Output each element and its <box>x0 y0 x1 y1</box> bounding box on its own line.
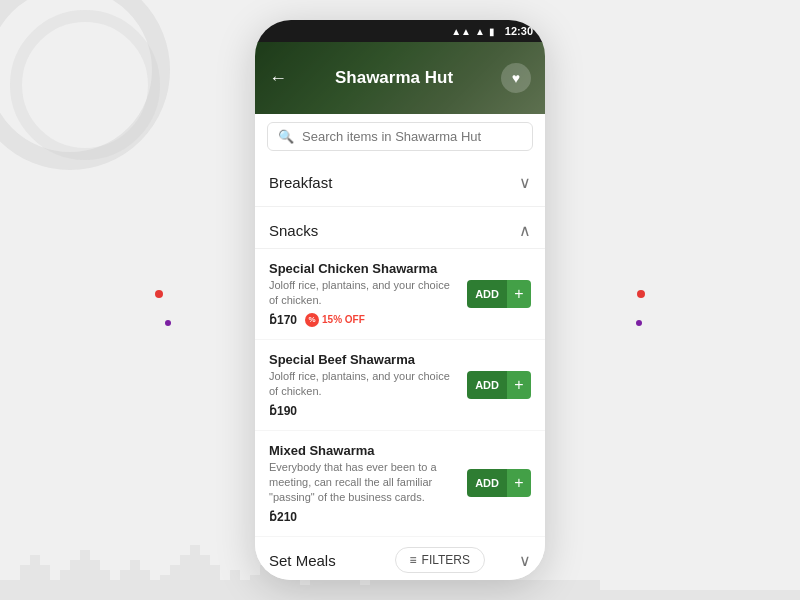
item-price-beef: ɓ190 <box>269 404 297 418</box>
item-desc-chicken: Joloff rice, plantains, and your choice … <box>269 278 457 309</box>
category-set-meals-label: Set Meals <box>269 552 336 569</box>
item-name-chicken: Special Chicken Shawarma <box>269 261 457 276</box>
menu-content: Breakfast ∨ Snacks ∧ Special Chicken Sha… <box>255 159 545 580</box>
search-input[interactable] <box>302 129 522 144</box>
snacks-section: Snacks ∧ Special Chicken Shawarma Joloff… <box>255 207 545 537</box>
back-button[interactable]: ← <box>269 68 287 89</box>
item-desc-beef: Joloff rice, plantains, and your choice … <box>269 369 457 400</box>
item-name-mixed: Mixed Shawarma <box>269 443 457 458</box>
chevron-up-icon: ∧ <box>519 221 531 240</box>
status-icons: ▲▲ ▲ ▮ 12:30 <box>451 25 533 37</box>
dot-purple-left <box>165 320 171 326</box>
item-price-row-mixed: ɓ210 <box>269 510 457 524</box>
item-price-chicken: ɓ170 <box>269 313 297 327</box>
header-overlay: ← Shawarma Hut ♥ <box>255 42 545 114</box>
menu-item-chicken-shawarma: Special Chicken Shawarma Joloff rice, pl… <box>255 249 545 340</box>
restaurant-name: Shawarma Hut <box>335 68 453 88</box>
status-bar: ▲▲ ▲ ▮ 12:30 <box>255 20 545 42</box>
menu-item-mixed-shawarma: Mixed Shawarma Everybody that has ever b… <box>255 431 545 537</box>
dot-red-left <box>155 290 163 298</box>
category-set-meals[interactable]: Set Meals ∨ ≡ FILTERS <box>255 537 545 580</box>
add-label[interactable]: ADD <box>467 280 507 308</box>
item-name-beef: Special Beef Shawarma <box>269 352 457 367</box>
item-info-chicken: Special Chicken Shawarma Joloff rice, pl… <box>269 261 467 327</box>
status-time: 12:30 <box>505 25 533 37</box>
add-button-beef[interactable]: ADD + <box>467 371 531 399</box>
favorite-button[interactable]: ♥ <box>501 63 531 93</box>
item-info-beef: Special Beef Shawarma Joloff rice, plant… <box>269 352 467 418</box>
filters-button[interactable]: ≡ FILTERS <box>395 547 485 573</box>
add-button-chicken[interactable]: ADD + <box>467 280 531 308</box>
chevron-down-set-meals: ∨ <box>519 551 531 570</box>
dot-red-right <box>637 290 645 298</box>
search-icon: 🔍 <box>278 129 294 144</box>
item-price-row-chicken: ɓ170 % 15% OFF <box>269 313 457 327</box>
category-breakfast-label: Breakfast <box>269 174 332 191</box>
filters-wrap: ≡ FILTERS <box>395 543 485 577</box>
item-desc-mixed: Everybody that has ever been to a meetin… <box>269 460 457 506</box>
phone-frame: ▲▲ ▲ ▮ 12:30 ← Shawarma Hut ♥ 🔍 Breakfas… <box>255 20 545 580</box>
add-button-mixed[interactable]: ADD + <box>467 469 531 497</box>
add-plus-icon-beef[interactable]: + <box>507 371 531 399</box>
category-breakfast[interactable]: Breakfast ∨ <box>255 159 545 207</box>
filters-icon: ≡ <box>410 553 417 567</box>
search-input-container: 🔍 <box>267 122 533 151</box>
filters-label: FILTERS <box>422 553 470 567</box>
item-price-row-beef: ɓ190 <box>269 404 457 418</box>
search-bar: 🔍 <box>255 114 545 159</box>
item-price-mixed: ɓ210 <box>269 510 297 524</box>
restaurant-header-image: ← Shawarma Hut ♥ <box>255 42 545 114</box>
category-snacks-label: Snacks <box>269 222 318 239</box>
add-label-mixed[interactable]: ADD <box>467 469 507 497</box>
dot-purple-right <box>636 320 642 326</box>
discount-icon: % <box>305 313 319 327</box>
add-plus-icon-mixed[interactable]: + <box>507 469 531 497</box>
battery-icon: ▮ <box>489 26 495 37</box>
item-info-mixed: Mixed Shawarma Everybody that has ever b… <box>269 443 467 524</box>
add-label-beef[interactable]: ADD <box>467 371 507 399</box>
signal-icon: ▲▲ <box>451 26 471 37</box>
chevron-down-icon: ∨ <box>519 173 531 192</box>
category-snacks[interactable]: Snacks ∧ <box>255 207 545 249</box>
discount-text: 15% OFF <box>322 314 365 325</box>
discount-badge-chicken: % 15% OFF <box>305 313 365 327</box>
bg-circle-2 <box>10 10 160 160</box>
bg-circle-1 <box>0 0 170 170</box>
add-plus-icon[interactable]: + <box>507 280 531 308</box>
wifi-icon: ▲ <box>475 26 485 37</box>
menu-item-beef-shawarma: Special Beef Shawarma Joloff rice, plant… <box>255 340 545 431</box>
